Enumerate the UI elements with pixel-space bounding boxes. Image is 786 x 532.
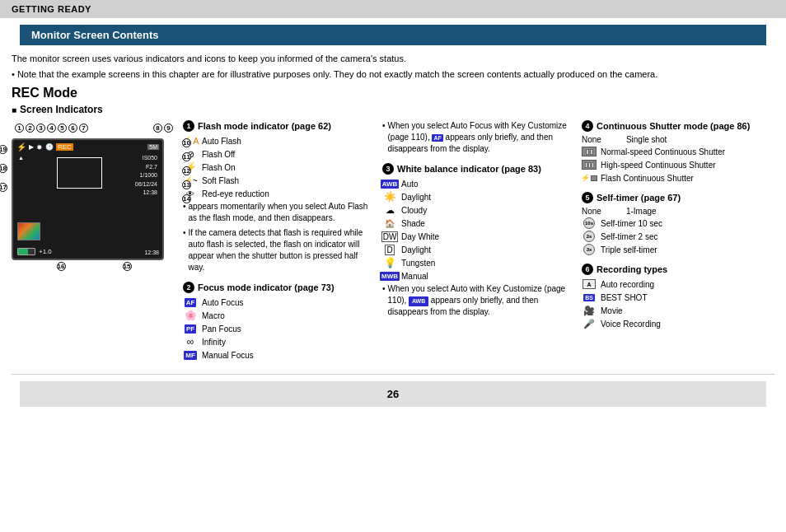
cam-time: 12:38 <box>135 189 157 198</box>
wb-indicator-section: 3 White balance indicator (page 83) AWB … <box>382 163 575 318</box>
rec-movie: 🎥 Movie <box>582 305 774 316</box>
cam-num-9: 9 <box>164 124 173 133</box>
wb-daylight1: ☀️ Daylight <box>382 191 575 203</box>
flash-cs-icon: ⚡ <box>581 174 597 182</box>
wb-daywhite: DW Day White <box>382 231 575 242</box>
af-icon: AF <box>185 298 197 307</box>
recording-title: 6 Recording types <box>582 264 774 275</box>
focus-pan: PF Pan Focus <box>183 323 376 334</box>
pf-icon: PF <box>185 324 196 334</box>
af-inline-icon: AF <box>432 134 442 142</box>
cam-num-15: 15 <box>123 262 132 271</box>
focus-title: Focus mode indicator (page 73) <box>198 282 335 292</box>
cs-flash: ⚡ Flash Continuous Shutter <box>582 172 774 184</box>
wb-shade: 🏠 Shade <box>382 217 575 229</box>
flash-bullet-1: appears momentarily when you select Auto… <box>183 201 376 224</box>
page-number: 26 <box>387 388 399 400</box>
mwb-icon: MWB <box>380 272 400 281</box>
self-timer-title: 5 Self-timer (page 67) <box>582 192 774 203</box>
cs-none: None <box>582 135 601 144</box>
cs-high: High-speed Continuous Shutter <box>582 159 774 170</box>
rec-voice: 🎤 Voice Recording <box>582 318 774 329</box>
cam-iso: IS050 <box>135 154 157 163</box>
wb-bullet: When you select Auto with Key Customize … <box>382 283 575 318</box>
wb-title: White balance indicator (page 83) <box>397 164 541 174</box>
mic-icon: 🎤 <box>583 319 595 329</box>
wb-cloudy: ☁ Cloudy <box>382 204 575 216</box>
focus-indicator-title: 2 Focus mode indicator (page 73) <box>183 282 376 293</box>
rec-label: Recording types <box>597 264 667 274</box>
cam-num-13: 13 <box>182 180 191 189</box>
cam-num-10: 10 <box>182 138 191 147</box>
cs-label: Continuous Shutter mode (page 86) <box>597 121 750 131</box>
flash-auto: ⚡A Auto Flash <box>183 135 376 147</box>
movie-icon: 🎥 <box>583 306 595 316</box>
cs-section: 4 Continuous Shutter mode (page 86) None… <box>582 120 774 184</box>
cam-num-12: 12 <box>182 166 191 175</box>
cs-normal: Normal-speed Continuous Shutter <box>582 146 774 157</box>
section-title: Monitor Screen Contents <box>31 29 159 41</box>
autofocus-note: When you select Auto Focus with Key Cust… <box>382 120 575 155</box>
focus-mf: MF Manual Focus <box>183 349 376 361</box>
timer-2-icon: 2s <box>583 231 595 242</box>
cam-num-17: 17 <box>0 183 7 192</box>
cam-5m-badge: 5M <box>147 144 159 150</box>
mf-icon: MF <box>184 351 197 360</box>
focus-af: AF Auto Focus <box>183 296 376 308</box>
cam-num-16: 16 <box>57 262 66 271</box>
cam-num-5: 5 <box>58 124 67 133</box>
cam-num-2: 2 <box>26 124 35 133</box>
rec-circle-num: 6 <box>582 264 593 275</box>
flash-redeye: 👁 Red-eye reduction <box>183 188 376 199</box>
flash-indicator-title: 1 Flash mode indicator (page 62) <box>183 120 376 132</box>
intro-line2: • Note that the example screens in this … <box>12 68 774 82</box>
flash-circle-num: 1 <box>183 120 194 132</box>
screen-indicators-title: Screen Indicators <box>12 104 774 115</box>
timer-10-icon: 10s <box>583 217 595 229</box>
flash-off: ⊘ Flash Off <box>183 148 376 160</box>
wb-auto: AWB Auto <box>382 178 575 189</box>
rec-auto: A Auto recording <box>582 278 774 290</box>
cam-num-14: 14 <box>182 194 191 203</box>
bs-icon: BS <box>583 294 595 301</box>
timer-triple: 3x Triple self-timer <box>582 244 774 255</box>
cam-num-7: 7 <box>79 124 88 133</box>
self-timer-section: 5 Self-timer (page 67) None 1-Image 10s … <box>582 192 774 255</box>
flash-on: ⚡ Flash On <box>183 161 376 173</box>
awb-icon: AWB <box>381 180 400 189</box>
timer-2s: 2s Self-timer 2 sec <box>582 231 774 242</box>
cam-battery <box>17 248 35 255</box>
cam-num-3: 3 <box>36 124 45 133</box>
flash-indicator-section: 1 Flash mode indicator (page 62) ⚡A Auto… <box>183 120 376 273</box>
focus-circle-num: 2 <box>183 282 194 293</box>
section-title-bar: Monitor Screen Contents <box>20 25 766 45</box>
camera-screen: ⚡ ▶ ✸ 🕐 REC 5M ▲ IS050 <box>12 138 164 260</box>
flash-title: Flash mode indicator (page 62) <box>198 121 331 131</box>
camera-screen-column: 1 2 3 4 5 6 7 8 9 19 18 17 <box>12 120 176 271</box>
col-flash-focus: 1 Flash mode indicator (page 62) ⚡A Auto… <box>183 120 376 369</box>
focus-macro: 🌸 Macro <box>183 310 376 321</box>
cam-num-1: 1 <box>15 124 24 133</box>
flash-soft: ⚡~ Soft Flash <box>183 175 376 186</box>
wb-daylight2: D Daylight <box>382 244 575 255</box>
timer-circle-num: 5 <box>582 192 593 203</box>
awb-inline-icon: AWB <box>409 296 428 306</box>
timer-none: None <box>582 207 601 216</box>
cam-aperture: F2.7 <box>135 163 157 172</box>
triple-timer-icon: 3x <box>583 244 595 255</box>
flash-bullet-2: If the camera detects that flash is requ… <box>183 227 376 273</box>
timer-one: 1-Image <box>626 207 657 216</box>
intro-line1: The monitor screen uses various indicato… <box>12 52 774 66</box>
timer-none-single: None 1-Image <box>582 207 774 216</box>
col-wb: When you select Auto Focus with Key Cust… <box>382 120 575 369</box>
cs-title: 4 Continuous Shutter mode (page 86) <box>582 120 774 132</box>
cam-num-6: 6 <box>68 124 77 133</box>
page-footer: 26 <box>20 381 766 407</box>
header-title: GETTING READY <box>12 4 91 14</box>
autofocus-bullet: When you select Auto Focus with Key Cust… <box>382 120 575 155</box>
cam-date: 06/12/24 <box>135 180 157 189</box>
cs-single: Single shot <box>626 135 667 144</box>
focus-infinity: ∞ Infinity <box>183 336 376 348</box>
wb-circle-num: 3 <box>382 163 394 175</box>
timer-label: Self-timer (page 67) <box>597 193 681 203</box>
